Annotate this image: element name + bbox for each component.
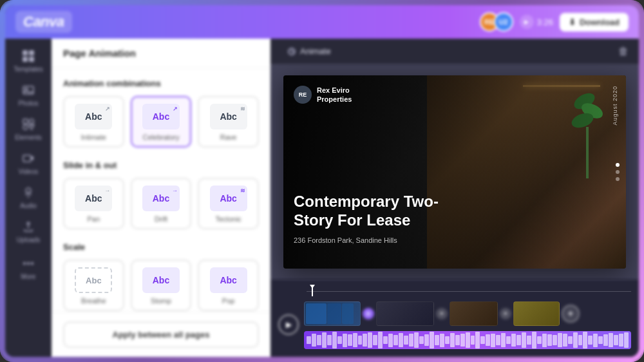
anim-card-pan[interactable]: Abc → Pan <box>63 178 124 229</box>
svg-point-10 <box>26 188 31 193</box>
anim-card-celebratory[interactable]: Abc ↗ Celebratory <box>131 96 192 148</box>
timeline-play-button[interactable]: ▶ <box>278 314 299 335</box>
sidebar-item-uploads[interactable]: Uploads <box>9 214 48 247</box>
svg-rect-4 <box>23 86 33 94</box>
svg-rect-0 <box>23 50 28 55</box>
drift-arrow: → <box>172 187 178 194</box>
apply-between-pages-button[interactable]: Apply between all pages <box>63 321 259 348</box>
panel-title: Page Animation <box>63 48 136 59</box>
dot-1 <box>616 163 620 167</box>
tectonic-label: Tectonic <box>215 215 241 223</box>
slide-date: August 2020 <box>612 86 618 126</box>
clip-2[interactable] <box>376 301 434 326</box>
anim-card-pop[interactable]: Abc Pop <box>198 260 259 311</box>
timeline-tracks: ▶ <box>278 298 631 352</box>
drift-label: Drift <box>155 215 167 223</box>
top-bar: Canva RE U2 ▶ 3:26 ⬇ Download <box>5 5 639 39</box>
intimate-label: Intimate <box>81 133 106 141</box>
elements-icon <box>21 117 35 131</box>
panel-header: Page Animation <box>52 39 270 68</box>
svg-point-11 <box>23 262 26 265</box>
add-clip-button[interactable]: + <box>562 305 580 323</box>
stomp-icon: Abc <box>142 267 180 293</box>
main-area: Templates Photos <box>5 39 639 357</box>
anim-card-intimate[interactable]: Abc ↗ Intimate <box>63 96 124 148</box>
rave-icon: Abc ≋ <box>210 104 247 129</box>
connector-2: + <box>436 308 448 319</box>
scrubber-line <box>307 291 631 292</box>
animation-panel: Page Animation Animation combinations Ab… <box>52 39 270 357</box>
clip-1[interactable] <box>304 301 361 326</box>
anim-card-stomp[interactable]: Abc Stomp <box>131 260 192 311</box>
avatar-1: RE <box>480 12 499 32</box>
section-title-scale: Scale <box>63 242 259 252</box>
svg-rect-2 <box>23 57 28 62</box>
intimate-icon: Abc ↗ <box>75 104 112 129</box>
slide-navigation-dots <box>616 163 620 181</box>
svg-rect-9 <box>23 155 31 162</box>
avatar-group: RE U2 <box>480 12 513 32</box>
animate-toolbar-btn[interactable]: Animate <box>281 44 337 59</box>
celebratory-label: Celebratory <box>143 133 180 141</box>
sidebar-item-templates[interactable]: Templates <box>9 44 48 77</box>
pan-icon: Abc → <box>75 186 112 211</box>
sidebar-item-photos[interactable]: Photos <box>9 78 48 111</box>
track-container: D + + <box>304 300 631 349</box>
anim-card-drift[interactable]: Abc → Drift <box>131 178 192 229</box>
anim-card-breathe[interactable]: Abc Breathe <box>63 260 124 311</box>
pan-arrow: → <box>104 187 110 194</box>
company-name: Rex Eviro Properties <box>317 86 352 104</box>
stomp-label: Stomp <box>151 297 171 305</box>
trash-icon[interactable]: 🗑 <box>618 46 629 57</box>
canvas-toolbar: Animate 🗑 <box>270 39 639 64</box>
pop-label: Pop <box>222 297 235 305</box>
sidebar-label-templates: Templates <box>14 66 43 73</box>
rave-label: Rave <box>220 133 237 141</box>
anim-card-rave[interactable]: Abc ≋ Rave <box>198 96 259 148</box>
connector-1: D <box>363 308 374 319</box>
download-button[interactable]: ⬇ Download <box>560 13 629 32</box>
timeline-scrubber[interactable] <box>278 285 631 298</box>
uploads-icon <box>21 220 35 234</box>
waveform <box>304 331 631 349</box>
dot-2 <box>616 170 620 174</box>
anim-card-tectonic[interactable]: Abc ≋ Tectonic <box>198 178 259 229</box>
connector-3: + <box>500 308 511 319</box>
svg-rect-6 <box>23 119 28 124</box>
svg-rect-1 <box>29 50 34 55</box>
sidebar-item-elements[interactable]: Elements <box>9 112 48 145</box>
templates-icon <box>21 49 35 63</box>
top-bar-right: RE U2 ▶ 3:26 ⬇ Download <box>480 12 629 32</box>
audio-track[interactable] <box>304 331 631 349</box>
svg-point-7 <box>30 119 34 124</box>
app-shell: Canva RE U2 ▶ 3:26 ⬇ Download <box>5 5 639 357</box>
video-track: D + + <box>304 300 631 327</box>
section-title-combinations: Animation combinations <box>63 79 259 88</box>
dot-3 <box>616 177 620 181</box>
download-icon: ⬇ <box>569 17 576 27</box>
svg-rect-3 <box>29 57 34 62</box>
more-icon <box>21 256 35 271</box>
canvas-area: Animate 🗑 <box>270 39 639 357</box>
canvas-viewport: RE Rex Eviro Properties August 2020 Cont… <box>270 64 639 280</box>
scrubber-head-line <box>312 286 313 296</box>
slide-grid: Abc → Pan Abc → Drift <box>63 178 259 229</box>
clip-3[interactable] <box>450 301 498 326</box>
play-timer[interactable]: ▶ 3:26 <box>520 15 553 29</box>
sidebar-label-photos: Photos <box>18 100 38 107</box>
sidebar-label-videos: Videos <box>19 168 38 175</box>
sidebar-item-more[interactable]: More <box>9 251 48 284</box>
slide-logo-area: RE Rex Eviro Properties <box>294 86 352 104</box>
videos-icon <box>21 151 35 166</box>
sidebar-item-audio[interactable]: Audio <box>9 180 48 213</box>
sidebar-item-videos[interactable]: Videos <box>9 146 48 179</box>
timeline-area: ▶ <box>270 280 639 357</box>
clip-4[interactable] <box>513 301 560 326</box>
canva-logo: Canva <box>15 11 72 33</box>
svg-point-14 <box>289 48 295 55</box>
play-button-small[interactable]: ▶ <box>520 15 534 29</box>
celebratory-arrow: ↗ <box>173 106 178 112</box>
logo-circle: RE <box>294 86 312 104</box>
sidebar-label-more: More <box>21 273 36 280</box>
panel-footer: Apply between all pages <box>52 312 270 357</box>
